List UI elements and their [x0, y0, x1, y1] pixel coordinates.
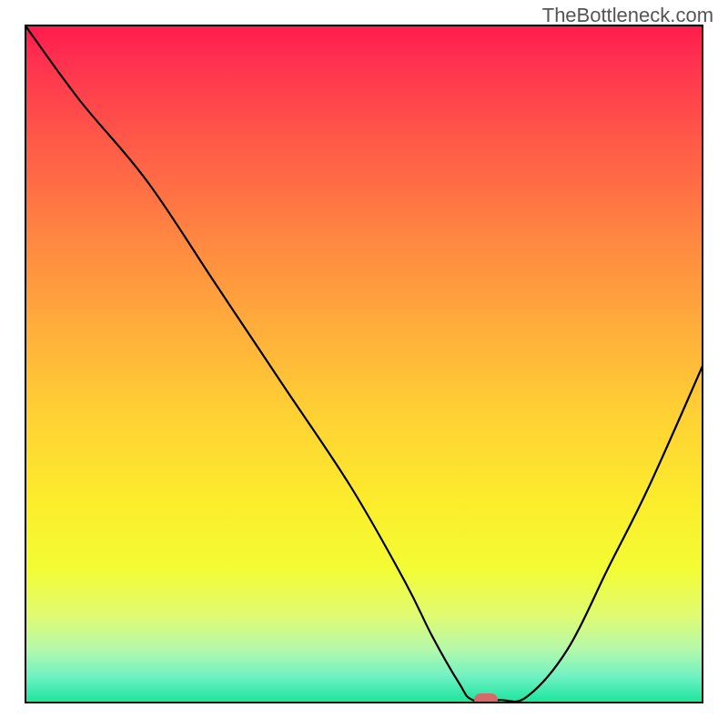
curve-svg — [25, 25, 703, 703]
optimal-point-marker — [474, 693, 498, 703]
bottleneck-curve-line — [25, 25, 703, 702]
chart-container: TheBottleneck.com — [0, 0, 728, 728]
watermark-text: TheBottleneck.com — [542, 4, 713, 27]
plot-area — [25, 25, 703, 703]
